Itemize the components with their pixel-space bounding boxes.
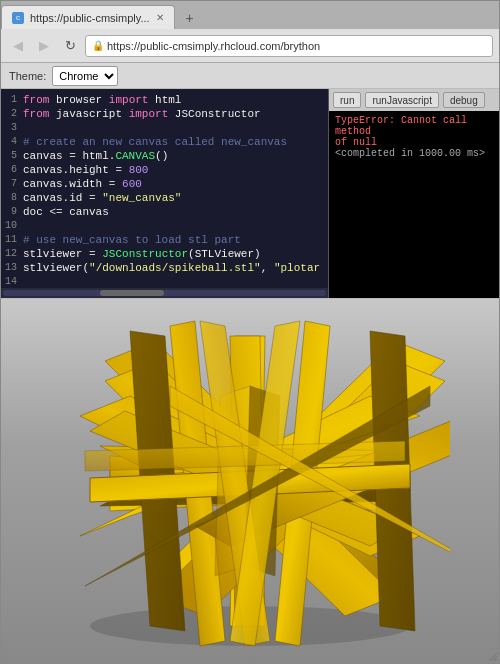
code-line-2: 2 from javascript import JSConstructor [1, 107, 328, 121]
code-line-11: 11 # use new_canvas to load stl part [1, 233, 328, 247]
3d-viewport[interactable] [1, 299, 499, 663]
browser-window: c https://public-cmsimply... ✕ + ◀ ▶ ↻ 🔒… [0, 0, 500, 664]
code-line-5: 5 canvas = html.CANVAS() [1, 149, 328, 163]
code-line-10: 10 [1, 219, 328, 233]
editor-content: 1 from browser import html 2 from javasc… [1, 89, 328, 293]
completed-text: <completed in 1000.00 ms> [335, 148, 493, 159]
theme-label: Theme: [9, 70, 46, 82]
address-bar[interactable]: 🔒 https://public-cmsimply.rhcloud.com/br… [85, 35, 493, 57]
lock-icon: 🔒 [92, 40, 104, 51]
code-line-13: 13 stlviewer("/downloads/spikeball.stl",… [1, 261, 328, 275]
url-text: https://public-cmsimply.rhcloud.com/bryt… [107, 40, 320, 52]
output-toolbar: run runJavascript debug [329, 89, 499, 111]
tab-close-button[interactable]: ✕ [156, 12, 164, 23]
output-panel: run runJavascript debug TypeError: Canno… [329, 89, 499, 298]
tab-title: https://public-cmsimply... [30, 12, 150, 24]
debug-button[interactable]: debug [443, 92, 485, 108]
code-line-6: 6 canvas.height = 800 [1, 163, 328, 177]
top-section: 1 from browser import html 2 from javasc… [1, 89, 499, 299]
tab-bar: c https://public-cmsimply... ✕ + [1, 1, 499, 29]
nav-bar: ◀ ▶ ↻ 🔒 https://public-cmsimply.rhcloud.… [1, 29, 499, 63]
resize-handle[interactable] [487, 651, 497, 661]
stl-viewer-svg [50, 299, 450, 663]
error-line-2: of null [335, 137, 493, 148]
code-line-4: 4 # create an new canvas called new_canv… [1, 135, 328, 149]
run-button[interactable]: run [333, 92, 361, 108]
main-content: 1 from browser import html 2 from javasc… [1, 89, 499, 663]
code-line-12: 12 stlviewer = JSConstructor(STLViewer) [1, 247, 328, 261]
code-line-14: 14 [1, 275, 328, 289]
error-line-1: TypeError: Cannot call method [335, 115, 493, 137]
forward-button[interactable]: ▶ [33, 35, 55, 57]
code-editor[interactable]: 1 from browser import html 2 from javasc… [1, 89, 329, 298]
output-content: TypeError: Cannot call method of null <c… [329, 111, 499, 298]
back-button[interactable]: ◀ [7, 35, 29, 57]
code-line-8: 8 canvas.id = "new_canvas" [1, 191, 328, 205]
code-line-9: 9 doc <= canvas [1, 205, 328, 219]
browser-tab[interactable]: c https://public-cmsimply... ✕ [1, 5, 175, 29]
scrollbar-track [3, 290, 326, 296]
code-line-3: 3 [1, 121, 328, 135]
refresh-button[interactable]: ↻ [59, 35, 81, 57]
theme-bar: Theme: Chrome Default Dark Light [1, 63, 499, 89]
scrollbar-thumb [100, 290, 165, 296]
editor-scrollbar[interactable] [1, 288, 328, 298]
theme-select[interactable]: Chrome Default Dark Light [52, 66, 118, 86]
run-javascript-button[interactable]: runJavascript [365, 92, 438, 108]
code-line-1: 1 from browser import html [1, 93, 328, 107]
new-tab-button[interactable]: + [179, 7, 201, 29]
tab-favicon: c [12, 12, 24, 24]
code-line-7: 7 canvas.width = 600 [1, 177, 328, 191]
